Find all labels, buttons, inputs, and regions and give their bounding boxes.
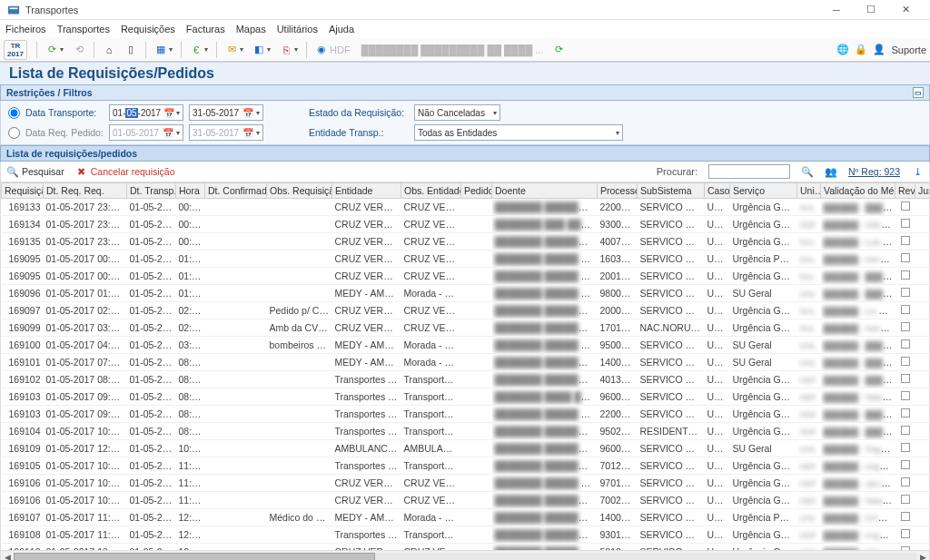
column-header[interactable]: Validação do Médico [821,183,895,199]
table-row[interactable]: 16910401-05-2017 10:42:0801-05-201708:00… [2,423,931,440]
column-header[interactable]: SubSistema [638,183,705,199]
page-button[interactable]: ▯ [122,42,140,58]
menu-mapas[interactable]: Mapas [236,24,266,34]
procurar-input[interactable] [708,164,790,179]
column-header[interactable]: Obs. Requisição [267,183,332,199]
user-icon[interactable]: 👤 [873,44,885,56]
column-header[interactable]: Doente [492,183,598,199]
column-header[interactable]: Rev… [895,183,915,199]
table-row[interactable]: 16910201-05-2017 08:48:4601-05-201708:00… [2,371,931,388]
table-row[interactable]: 16910601-05-2017 10:48:2001-05-201711:00… [2,475,931,492]
column-header[interactable]: Justif. Revisão ST [915,183,931,199]
table-row[interactable]: 16910801-05-2017 11:59:3901-05-201712:00… [2,526,931,544]
table-row[interactable]: 16909901-05-2017 03:02:1301-05-201702:00… [2,319,931,337]
sync-button[interactable]: ⟲ [70,42,88,58]
table-row[interactable]: 16910501-05-2017 10:44:1601-05-201711:00… [2,457,931,475]
horizontal-scrollbar[interactable]: ◀ ▶ [0,551,930,560]
column-header[interactable]: Hora [176,183,205,199]
filters-header: Restrições / Filtros ▭ [0,84,930,101]
location-refresh-button[interactable]: ⟳ [549,42,568,58]
date-req-to[interactable]: 31-05-2017📅▾ [189,124,263,141]
column-header[interactable]: Obs. Entidade [401,183,461,199]
lock-icon[interactable]: 🔒 [855,44,867,56]
table-row[interactable]: 16909501-05-2017 00:47:2601-05-201701:00… [2,251,931,268]
label-data-req-pedido: Data Req. Pedido: [25,127,104,138]
home-icon: ⌂ [103,44,115,56]
label-data-transporte: Data Transporte: [25,107,104,118]
menu-ficheiros[interactable]: Ficheiros [5,24,46,34]
column-header[interactable]: Dt. Req. Req. [44,183,127,199]
table-row[interactable]: 16910301-05-2017 09:15:3601-05-201708:00… [2,406,931,423]
svg-rect-0 [8,5,19,14]
cancelar-button[interactable]: ✖Cancelar requisição [75,165,175,178]
window-title: Transportes [25,5,819,15]
column-header[interactable]: Serviço [730,183,797,199]
export-icon[interactable]: ⤓ [911,165,924,178]
record-count[interactable]: Nº Reg: 923 [848,166,900,177]
table-row[interactable]: 16910601-05-2017 10:48:2001-05-201711:00… [2,492,931,509]
globe-icon[interactable]: 🌐 [836,44,849,56]
refresh-icon: ⟳ [45,44,58,56]
select-estado[interactable]: Não Canceladas▾ [414,104,500,121]
menu-ajuda[interactable]: Ajuda [329,24,354,34]
chart-button[interactable]: ◧▾ [250,42,273,58]
toolbar: TR2017 ⟳▾ ⟲ ⌂ ▯ ▦▾ €▾ ✉▾ ◧▾ ⎘▾ ◉HDF ████… [0,38,930,62]
select-entidade[interactable]: Todas as Entidades▾ [414,124,623,141]
date-transporte-to[interactable]: 31-05-2017📅▾ [189,104,263,121]
window-minimize-button[interactable]: ─ [819,0,854,20]
euro-button[interactable]: €▾ [187,42,211,58]
filters-panel: Data Transporte: 01-05-2017📅▾ 31-05-2017… [0,101,930,145]
support-link[interactable]: Suporte [891,44,926,55]
date-transporte-from[interactable]: 01-05-2017📅▾ [109,104,183,121]
column-header[interactable]: Dt. Transp. [127,183,176,199]
menu-utilitarios[interactable]: Utilitários [277,24,318,34]
table-row[interactable]: 16909701-05-2017 02:07:4601-05-201702:00… [2,302,931,319]
table-row[interactable]: 16910101-05-2017 07:33:0901-05-201708:00… [2,354,931,371]
table-row[interactable]: 16910701-05-2017 11:49:5101-05-201712:00… [2,509,931,526]
data-grid[interactable]: RequisiçãoDt. Req. Req.Dt. Transp.HoraDt… [0,182,930,551]
column-header[interactable]: Processo [598,183,638,199]
refresh-button[interactable]: ⟳▾ [43,42,66,58]
table-row[interactable]: 16909601-05-2017 01:30:1701-05-201701:00… [2,285,931,302]
column-header[interactable]: Requisição [2,183,44,199]
location-chip[interactable]: ◉HDF ████████ █████████ ██ ████ ... [312,42,546,58]
home-button[interactable]: ⌂ [100,42,118,58]
window-titlebar: Transportes ─ ☐ ✕ [0,0,930,20]
column-header[interactable]: Caso [705,183,730,199]
column-header[interactable]: Entidade [332,183,401,199]
radio-data-req-pedido[interactable] [8,127,20,139]
euro-icon: € [190,44,203,56]
column-header[interactable]: Dt. Confirmada [205,183,267,199]
table-row[interactable]: 16910901-05-2017 12:28:2201-05-201710:00… [2,440,931,457]
menu-requisicoes[interactable]: Requisições [121,24,175,34]
org-button[interactable]: ▦▾ [152,42,175,58]
menu-transportes[interactable]: Transportes [57,24,110,34]
users-icon[interactable]: 👥 [825,165,837,178]
scroll-left-button[interactable]: ◀ [1,553,14,561]
sync-icon: ⟲ [73,44,85,56]
window-close-button[interactable]: ✕ [888,0,923,20]
cancel-icon: ✖ [75,165,88,178]
scroll-right-button[interactable]: ▶ [916,553,929,561]
table-row[interactable]: 16909501-05-2017 00:47:2601-05-201701:00… [2,268,931,285]
radio-data-transporte[interactable] [8,107,20,119]
pesquisar-button[interactable]: 🔍Pesquisar [6,165,64,178]
table-row[interactable]: 16913501-05-2017 23:46:4801-05-201700:00… [2,233,931,251]
pdf-button[interactable]: ⎘▾ [277,42,301,58]
table-row[interactable]: 16913401-05-2017 23:26:5301-05-201700:00… [2,216,931,233]
table-row[interactable]: 16910001-05-2017 04:11:0201-05-201703:00… [2,337,931,354]
procurar-label: Procurar: [657,166,698,177]
mail-button[interactable]: ✉▾ [223,42,246,58]
globe-icon: ◉ [315,44,328,56]
table-row[interactable]: 16913301-05-2017 23:15:5001-05-201700:00… [2,199,931,216]
collapse-filters-button[interactable]: ▭ [913,87,924,98]
window-maximize-button[interactable]: ☐ [854,0,888,20]
search-go-icon[interactable]: 🔍 [801,165,814,178]
table-row[interactable]: 16911001-05-2017 13:03:0501-05-201712:00… [2,544,931,552]
column-header[interactable]: Pedido [461,183,492,199]
table-row[interactable]: 16910301-05-2017 09:15:3601-05-201708:00… [2,388,931,406]
column-header[interactable]: Uni… [797,183,821,199]
app-logo[interactable]: TR2017 [4,40,27,60]
date-req-from[interactable]: 01-05-2017📅▾ [109,124,183,141]
menu-facturas[interactable]: Facturas [186,24,225,34]
